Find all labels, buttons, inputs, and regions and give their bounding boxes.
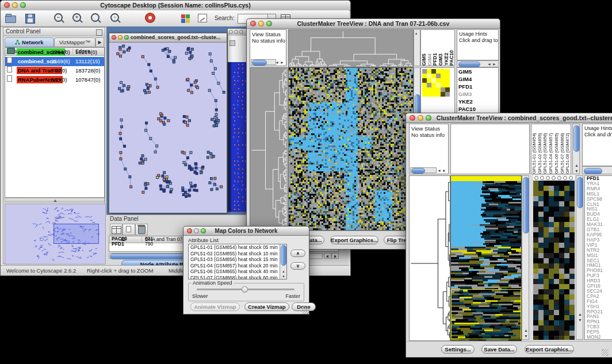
- network-window-titlebar[interactable]: combined_scores_good.txt--cluste...: [109, 33, 227, 43]
- table-mode-icon[interactable]: [110, 224, 123, 235]
- close-button[interactable]: [250, 21, 256, 26]
- attribute-list-item[interactable]: GPL51-07 (GSM868) heat shock 60 min: [189, 275, 286, 280]
- save-data-button[interactable]: Save Data...: [481, 345, 517, 354]
- network-graph-canvas[interactable]: [110, 43, 226, 213]
- tv1-row-dendrogram[interactable]: [250, 67, 288, 231]
- column-label[interactable]: GIM3: [438, 30, 443, 66]
- network-table-row[interactable]: DNA and Tran 07 769(0) 183728(0): [5, 66, 104, 75]
- tv2-global-heatmap[interactable]: [450, 175, 522, 341]
- scroll-thumb[interactable]: [577, 177, 583, 208]
- zoom-button[interactable]: [426, 115, 431, 121]
- column-label[interactable]: PFD1: [432, 30, 438, 66]
- scroll-arrows[interactable]: ◄: [275, 60, 279, 64]
- column-label[interactable]: YKE2: [443, 30, 449, 66]
- column-label[interactable]: GPL51-07 (GSM868): [560, 124, 565, 174]
- gene-label[interactable]: YKE2: [457, 98, 498, 105]
- attribute-list-item[interactable]: GPL51-01 (GSM854) heat shock 05 min: [189, 244, 286, 251]
- save-session-icon[interactable]: [24, 12, 37, 25]
- close-button[interactable]: [4, 2, 10, 8]
- zoom-selected-icon[interactable]: ▫: [109, 12, 123, 25]
- zoom-fit-icon[interactable]: [89, 12, 103, 25]
- gene-label[interactable]: PFD1: [457, 83, 498, 90]
- resize-grip[interactable]: [302, 307, 309, 314]
- tv1-column-dendrogram[interactable]: [288, 29, 414, 67]
- gene-label[interactable]: PAC10: [457, 105, 498, 113]
- attribute-listbox[interactable]: GPL51-01 (GSM854) heat shock 05 minGPL51…: [188, 244, 287, 279]
- zoom-in-icon[interactable]: +: [71, 12, 85, 25]
- vizmapper-palette-icon[interactable]: [179, 12, 193, 25]
- tv2-heatmap-vscrollbar[interactable]: ▲▼: [522, 175, 529, 340]
- column-label[interactable]: GPL51-08 (GSM872): [565, 124, 571, 174]
- annotation-icon[interactable]: [196, 12, 210, 25]
- treeview1-titlebar[interactable]: ClusterMaker TreeView : DNA and Tran 07-…: [247, 19, 500, 29]
- column-label[interactable]: GPL51-02 (GSM855): [537, 124, 543, 174]
- attribute-list-item[interactable]: GPL51-06 (GSM865) heat shock 40 min: [189, 269, 286, 275]
- tv2-column-dendrogram-area[interactable]: [450, 124, 530, 174]
- create-vizmap-button[interactable]: Create Vizmap: [244, 302, 289, 311]
- zoom-button[interactable]: [239, 30, 243, 34]
- help-lifesaver-icon[interactable]: [144, 12, 158, 25]
- panel-splitter[interactable]: [5, 198, 105, 202]
- tv1-hints-hscrollbar[interactable]: ◄►: [457, 60, 499, 67]
- column-label[interactable]: GPL51-03 (GSM856): [542, 124, 548, 174]
- scroll-thumb[interactable]: [523, 177, 529, 233]
- scroll-thumb[interactable]: [573, 125, 580, 152]
- move-up-button[interactable]: ∧: [290, 250, 305, 257]
- network-table-row[interactable]: RNAPuberNov2+ 563(0) 107847(0): [5, 75, 104, 85]
- attribute-list-item[interactable]: GPL51-02 (GSM855) heat shock 10 min: [189, 251, 286, 257]
- column-label[interactable]: GPL51-06 (GSM865): [554, 124, 560, 174]
- column-label[interactable]: GPL51-04 (GSM857): [548, 124, 554, 174]
- tv1-global-heatmap[interactable]: [288, 67, 414, 231]
- attribute-list-item[interactable]: GPL51-03 (GSM856) heat shock 15 min: [189, 256, 286, 263]
- column-label[interactable]: GIM5: [421, 30, 427, 66]
- tab-overflow-arrow[interactable]: ▶: [95, 37, 104, 47]
- tv2-zoom-heatmap[interactable]: [533, 181, 575, 340]
- animate-vizmap-button[interactable]: Animate Vizmap: [190, 302, 240, 311]
- window-controls[interactable]: [4, 2, 26, 8]
- open-file-icon[interactable]: [4, 12, 18, 25]
- scroll-thumb[interactable]: [281, 245, 286, 266]
- zoom-button[interactable]: [201, 228, 206, 233]
- scroll-left-arrow[interactable]: [324, 253, 331, 259]
- minimize-button[interactable]: [418, 115, 423, 121]
- float-panel-icon[interactable]: [96, 29, 102, 36]
- column-label[interactable]: GPL51-01 (GSM854): [531, 124, 537, 174]
- minimize-button[interactable]: [118, 35, 123, 40]
- list-vscrollbar[interactable]: ▲▼: [280, 244, 286, 279]
- network-table-row[interactable]: combined_scores 2764(0) 16218(0): [5, 48, 104, 57]
- main-title-bar[interactable]: Cytoscape Desktop (Session Name: collins…: [1, 1, 350, 11]
- tv1-top-scroll-track[interactable]: ▴: [414, 29, 420, 66]
- tab-network[interactable]: Network: [5, 37, 54, 47]
- scroll-right-arrow[interactable]: [331, 253, 339, 259]
- tv1-zoom-matrix[interactable]: [422, 69, 450, 97]
- close-button[interactable]: [187, 228, 192, 233]
- background-network-window[interactable]: [227, 28, 248, 212]
- close-button[interactable]: [229, 30, 233, 34]
- delete-attribute-icon[interactable]: [135, 224, 148, 235]
- gene-label[interactable]: MON2: [585, 335, 612, 340]
- column-label[interactable]: GIM4: [427, 30, 433, 66]
- export-graphics-button[interactable]: Export Graphics...: [525, 345, 574, 354]
- network-table-row[interactable]: combined_sco 2569(6) 13112(15): [5, 57, 104, 66]
- minimize-button[interactable]: [234, 30, 238, 34]
- export-graphics-button[interactable]: Export Graphics...: [330, 236, 378, 244]
- gene-label[interactable]: GIM4: [457, 75, 498, 83]
- tv2-zoom-vscrollbar[interactable]: ▲▼: [576, 175, 583, 340]
- close-button[interactable]: [410, 115, 415, 121]
- tv2-status-hscrollbar[interactable]: [410, 167, 437, 173]
- slider-thumb[interactable]: [242, 286, 248, 293]
- gene-label[interactable]: GIM5: [457, 68, 498, 75]
- tv2-top-vscrollbar[interactable]: ▲▼: [572, 124, 580, 174]
- minimize-button[interactable]: [258, 21, 264, 26]
- new-attribute-icon[interactable]: [123, 224, 135, 235]
- window-controls[interactable]: [112, 35, 129, 40]
- move-down-button[interactable]: ∨: [290, 262, 305, 270]
- dense-grid-network-canvas[interactable]: [228, 62, 247, 212]
- close-button[interactable]: [112, 35, 116, 40]
- zoom-out-icon[interactable]: −: [52, 12, 66, 25]
- scroll-arrows[interactable]: ►: [280, 60, 284, 64]
- resize-grip[interactable]: [602, 349, 609, 356]
- dialog-titlebar[interactable]: Map Colors to Network: [183, 227, 309, 236]
- treeview2-titlebar[interactable]: ClusterMaker TreeView : combined_scores_…: [406, 113, 612, 123]
- birdseye-overview-canvas[interactable]: [5, 204, 106, 265]
